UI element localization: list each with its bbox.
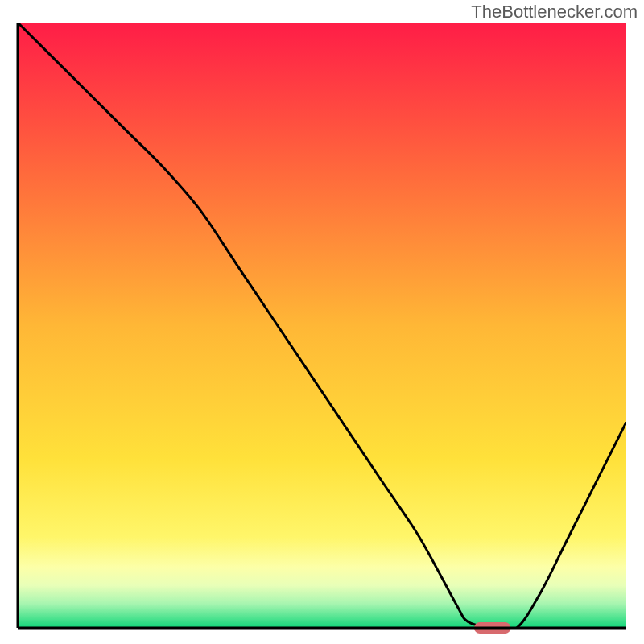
chart-container: TheBottlenecker.com [0, 0, 644, 644]
attribution-label: TheBottlenecker.com [471, 2, 638, 23]
bottleneck-chart [0, 0, 644, 644]
